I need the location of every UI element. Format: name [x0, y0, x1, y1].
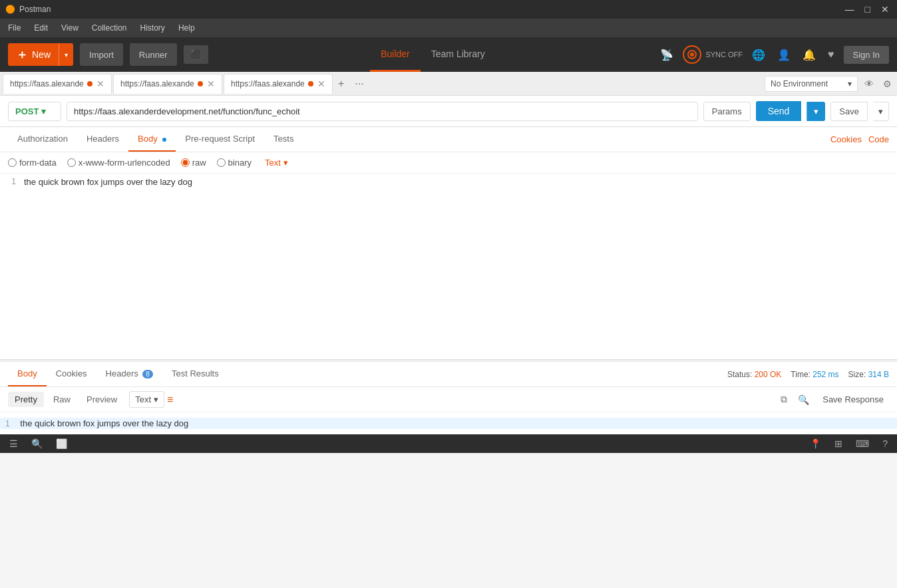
request-tab-3[interactable]: https://faas.alexander ✕ — [224, 74, 333, 94]
maximize-button[interactable]: □ — [862, 4, 873, 15]
menu-view[interactable]: View — [59, 22, 81, 34]
tab-close-1[interactable]: ✕ — [96, 78, 104, 89]
params-button[interactable]: Params — [703, 102, 751, 121]
binary-option[interactable]: binary — [217, 158, 252, 168]
text-dropdown[interactable]: Text ▾ — [265, 158, 288, 168]
save-button[interactable]: Save — [830, 102, 868, 121]
response-tab-headers[interactable]: Headers 8 — [96, 362, 162, 386]
sync-icon-inner — [687, 50, 697, 59]
response-code-line-1: 1 the quick brown fox jumps over the laz… — [0, 418, 897, 429]
raw-option[interactable]: raw — [181, 158, 206, 168]
format-tab-preview[interactable]: Preview — [80, 392, 124, 407]
subtab-prerequest[interactable]: Pre-request Script — [176, 127, 264, 152]
new-button-arrow[interactable]: ▾ — [59, 43, 73, 66]
heart-icon[interactable]: ♥ — [825, 46, 837, 63]
new-button[interactable]: ＋ New ▾ — [8, 43, 73, 66]
request-tab-2[interactable]: https://faas.alexander ✕ — [113, 74, 222, 94]
more-tabs-button[interactable]: ··· — [349, 75, 369, 92]
response-tab-test-results[interactable]: Test Results — [162, 362, 228, 386]
app-title: Postman — [19, 5, 51, 14]
url-input[interactable] — [67, 102, 698, 121]
keyboard-icon[interactable]: ⌨ — [853, 437, 872, 450]
subtab-body[interactable]: Body — [128, 127, 176, 152]
method-chevron-icon: ▾ — [41, 106, 46, 116]
line-number-1: 1 — [0, 177, 24, 186]
env-dropdown[interactable]: No Environment ▾ — [765, 76, 858, 92]
menu-collection[interactable]: Collection — [89, 22, 130, 34]
status-bar: ☰ 🔍 ⬜ 📍 ⊞ ⌨ ? — [0, 434, 897, 453]
import-button[interactable]: Import — [80, 43, 123, 66]
raw-radio[interactable] — [181, 158, 190, 167]
sign-in-button[interactable]: Sign In — [844, 46, 889, 64]
globe-icon[interactable]: 🌐 — [749, 46, 768, 64]
status-label: Status: 200 OK — [727, 370, 781, 379]
response-line-number-1: 1 — [0, 419, 18, 428]
sidebar-toggle-icon[interactable]: ☰ — [7, 437, 21, 450]
tab-dot-2 — [198, 81, 203, 86]
subtab-headers[interactable]: Headers — [77, 127, 128, 152]
eye-icon[interactable]: 👁 — [862, 76, 876, 92]
menu-history[interactable]: History — [138, 22, 168, 34]
time-label: Time: 252 ms — [791, 370, 838, 379]
url-encoded-option[interactable]: x-www-form-urlencoded — [67, 158, 170, 168]
copy-icon[interactable]: ⧉ — [778, 391, 790, 408]
raw-label: raw — [192, 158, 206, 168]
method-selector[interactable]: POST ▾ — [8, 102, 61, 121]
wrap-icon[interactable]: ≡ — [167, 394, 173, 406]
code-link[interactable]: Code — [868, 134, 889, 144]
sub-tabs-right: Cookies Code — [830, 134, 889, 144]
new-button-main: ＋ New — [8, 43, 59, 66]
tab-url-2: https://faas.alexander — [120, 79, 194, 88]
tab-builder[interactable]: Builder — [370, 37, 421, 72]
response-tab-body[interactable]: Body — [8, 362, 47, 386]
search-response-icon[interactable]: 🔍 — [795, 392, 812, 408]
save-arrow-button[interactable]: ▾ — [873, 102, 889, 121]
send-button[interactable]: Send — [756, 101, 802, 121]
search-icon[interactable]: 🔍 — [29, 437, 45, 450]
request-area: POST ▾ Params Send ▾ Save ▾ — [0, 96, 897, 127]
tab-team-library[interactable]: Team Library — [421, 37, 496, 72]
tab-close-2[interactable]: ✕ — [207, 78, 215, 89]
columns-icon[interactable]: ⊞ — [832, 437, 845, 450]
minimize-button[interactable]: — — [842, 4, 857, 15]
binary-radio[interactable] — [217, 158, 226, 167]
format-tab-pretty[interactable]: Pretty — [8, 392, 44, 407]
sub-tabs: Authorization Headers Body Pre-request S… — [0, 127, 897, 152]
console-icon[interactable]: ⬜ — [53, 437, 70, 450]
cookies-link[interactable]: Cookies — [830, 134, 862, 144]
satellite-icon[interactable]: 📡 — [657, 46, 676, 64]
tab-url-1: https://faas.alexander — [10, 79, 83, 88]
format-type-dropdown[interactable]: Text ▾ — [129, 391, 164, 408]
menu-help[interactable]: Help — [176, 22, 198, 34]
response-line-content-1: the quick brown fox jumps over the lazy … — [20, 418, 188, 428]
close-button[interactable]: ✕ — [878, 4, 892, 15]
gear-icon[interactable]: ⚙ — [880, 76, 894, 92]
form-data-radio[interactable] — [8, 158, 17, 167]
save-response-button[interactable]: Save Response — [817, 392, 889, 407]
tab-url-3: https://faas.alexander — [231, 79, 304, 88]
help-icon[interactable]: ? — [880, 437, 890, 450]
subtab-tests[interactable]: Tests — [264, 127, 303, 152]
send-arrow-button[interactable]: ▾ — [807, 102, 825, 121]
response-tab-cookies[interactable]: Cookies — [47, 362, 96, 386]
bell-icon[interactable]: 🔔 — [800, 46, 818, 64]
subtab-authorization[interactable]: Authorization — [8, 127, 77, 152]
menu-bar: File Edit View Collection History Help — [0, 19, 897, 37]
add-tab-button[interactable]: + — [333, 75, 349, 92]
text-chevron-icon: ▾ — [283, 158, 288, 168]
user-icon[interactable]: 👤 — [775, 46, 793, 64]
format-tab-raw[interactable]: Raw — [47, 392, 77, 407]
capture-button[interactable]: ⬛ — [184, 45, 208, 64]
menu-file[interactable]: File — [5, 22, 23, 34]
runner-button[interactable]: Runner — [130, 43, 177, 66]
menu-edit[interactable]: Edit — [31, 22, 51, 34]
env-selector: No Environment ▾ 👁 ⚙ — [765, 76, 894, 92]
request-tab-1[interactable]: https://faas.alexander ✕ — [3, 74, 112, 94]
location-icon[interactable]: 📍 — [807, 437, 824, 450]
body-options: form-data x-www-form-urlencoded raw bina… — [0, 152, 897, 174]
request-code-editor[interactable]: 1 the quick brown fox jumps over the laz… — [0, 174, 897, 360]
response-section: Body Cookies Headers 8 Test Results Stat… — [0, 360, 897, 434]
url-encoded-radio[interactable] — [67, 158, 76, 167]
tab-close-3[interactable]: ✕ — [317, 78, 325, 89]
form-data-option[interactable]: form-data — [8, 158, 57, 168]
